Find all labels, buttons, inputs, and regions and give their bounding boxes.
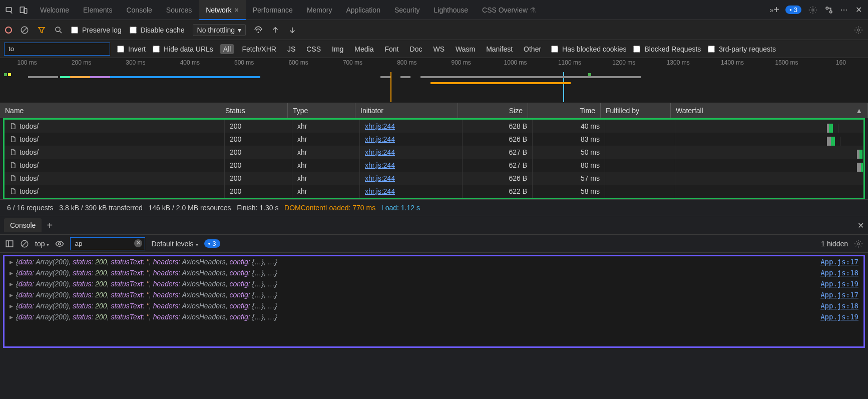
issues-badge[interactable]: 3 [785,6,801,14]
log-levels-select[interactable]: Default levels [151,240,198,248]
network-conditions-icon[interactable] [254,26,263,35]
type-filter-fetchxhr[interactable]: Fetch/XHR [239,44,279,54]
tab-performance[interactable]: Performance [246,0,300,20]
initiator-link[interactable]: xhr.js:244 [365,161,395,169]
tab-css-overview[interactable]: CSS Overview ⚗ [475,0,543,20]
source-link[interactable]: App.js:19 [820,313,858,321]
source-link[interactable]: App.js:18 [820,302,858,310]
live-expression-icon[interactable] [55,239,64,248]
expand-icon[interactable]: ▸ [10,258,13,266]
console-log-line[interactable]: ▸{data: Array(200), status: 200, statusT… [5,278,863,289]
tab-elements[interactable]: Elements [76,0,119,20]
expand-icon[interactable]: ▸ [10,291,13,299]
device-toggle-icon[interactable] [19,6,28,15]
console-drawer-tab[interactable]: Console [4,218,42,232]
type-filter-wasm[interactable]: Wasm [453,44,478,54]
kebab-menu-icon[interactable]: ⋯ [840,6,848,14]
third-party-checkbox[interactable]: 3rd-party requests [708,45,776,53]
blocked-requests-checkbox[interactable]: Blocked Requests [633,45,701,53]
type-filter-doc[interactable]: Doc [407,44,425,54]
initiator-link[interactable]: xhr.js:244 [365,148,395,156]
source-link[interactable]: App.js:17 [820,291,858,299]
type-filter-js[interactable]: JS [284,44,298,54]
tab-lighthouse[interactable]: Lighthouse [427,0,476,20]
import-har-icon[interactable] [271,26,280,35]
console-sidebar-toggle-icon[interactable] [5,239,14,248]
settings-gear-icon[interactable] [808,6,817,15]
close-drawer-icon[interactable]: ✕ [857,221,864,230]
type-filter-css[interactable]: CSS [303,44,324,54]
tab-security[interactable]: Security [387,0,427,20]
type-filter-other[interactable]: Other [521,44,544,54]
request-row[interactable]: todos/200xhrxhr.js:244622 B58 ms [5,185,863,198]
throttling-select[interactable]: No throttling▾ [193,24,246,36]
initiator-link[interactable]: xhr.js:244 [365,174,395,182]
initiator-link[interactable]: xhr.js:244 [365,122,395,130]
clear-console-button[interactable] [20,239,29,248]
expand-icon[interactable]: ▸ [10,280,13,288]
request-row[interactable]: todos/200xhrxhr.js:244628 B40 ms [5,120,863,133]
type-filter-ws[interactable]: WS [430,44,448,54]
record-button[interactable] [5,27,12,34]
tab-application[interactable]: Application [339,0,387,20]
type-filter-all[interactable]: All [220,44,234,54]
request-row[interactable]: todos/200xhrxhr.js:244627 B50 ms [5,146,863,159]
tab-memory[interactable]: Memory [300,0,339,20]
type-filter-img[interactable]: Img [329,44,346,54]
source-link[interactable]: App.js:18 [820,269,858,277]
request-row[interactable]: todos/200xhrxhr.js:244626 B57 ms [5,172,863,185]
type-filter-manifest[interactable]: Manifest [483,44,516,54]
clear-filter-icon[interactable]: ✕ [134,239,142,247]
inspect-icon[interactable] [5,6,14,15]
add-drawer-tab-button[interactable]: + [47,220,53,231]
expand-icon[interactable]: ▸ [10,302,13,310]
console-log-line[interactable]: ▸{data: Array(200), status: 200, statusT… [5,300,863,311]
initiator-link[interactable]: xhr.js:244 [365,135,395,143]
col-name[interactable]: Name [0,103,220,118]
invert-checkbox[interactable]: Invert [117,45,146,53]
filter-icon[interactable] [37,26,46,35]
source-link[interactable]: App.js:19 [820,280,858,288]
has-blocked-cookies-checkbox[interactable]: Has blocked cookies [551,45,626,53]
filter-input[interactable] [4,43,110,56]
expand-icon[interactable]: ▸ [10,269,13,277]
tab-sources[interactable]: Sources [159,0,199,20]
col-type[interactable]: Type [288,103,355,118]
col-fulfilled[interactable]: Fulfilled by [601,103,671,118]
clear-button[interactable] [20,26,29,35]
col-waterfall[interactable]: Waterfall▲ [671,103,868,118]
export-har-icon[interactable] [288,26,297,35]
console-log-line[interactable]: ▸{data: Array(200), status: 200, statusT… [5,289,863,300]
tab-network[interactable]: Network× [199,0,246,20]
context-select[interactable]: top [35,240,49,248]
console-log-line[interactable]: ▸{data: Array(200), status: 200, statusT… [5,267,863,278]
type-filter-font[interactable]: Font [382,44,402,54]
close-devtools-icon[interactable]: ✕ [855,5,862,15]
disable-cache-checkbox[interactable]: Disable cache [130,26,185,34]
add-tab-button[interactable]: + [773,4,779,16]
console-issues-badge[interactable]: 3 [204,239,220,248]
source-link[interactable]: App.js:17 [820,258,858,266]
network-settings-gear-icon[interactable] [854,26,863,35]
request-row[interactable]: todos/200xhrxhr.js:244626 B83 ms [5,133,863,146]
dock-side-icon[interactable] [824,6,833,15]
col-initiator[interactable]: Initiator [355,103,458,118]
console-log-line[interactable]: ▸{data: Array(200), status: 200, statusT… [5,311,863,322]
tab-console[interactable]: Console [119,0,159,20]
col-time[interactable]: Time [528,103,601,118]
close-tab-icon[interactable]: × [235,6,239,14]
col-size[interactable]: Size [458,103,528,118]
console-settings-gear-icon[interactable] [854,239,863,248]
expand-icon[interactable]: ▸ [10,313,13,321]
more-tabs-chevron-icon[interactable]: » [769,6,773,14]
initiator-link[interactable]: xhr.js:244 [365,187,395,195]
search-icon[interactable] [54,26,63,35]
tab-welcome[interactable]: Welcome [33,0,76,20]
type-filter-media[interactable]: Media [351,44,376,54]
timeline-overview[interactable]: 100 ms200 ms300 ms400 ms500 ms600 ms700 … [0,58,868,103]
preserve-log-checkbox[interactable]: Preserve log [71,26,122,34]
request-row[interactable]: todos/200xhrxhr.js:244627 B80 ms [5,159,863,172]
console-log-line[interactable]: ▸{data: Array(200), status: 200, statusT… [5,256,863,267]
col-status[interactable]: Status [220,103,288,118]
hide-data-urls-checkbox[interactable]: Hide data URLs [153,45,213,53]
